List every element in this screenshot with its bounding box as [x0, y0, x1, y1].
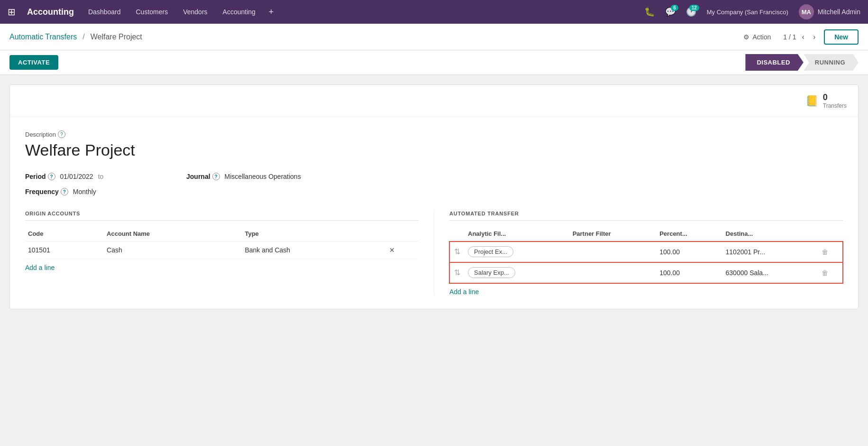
- cell-percent-1: 100.00: [657, 242, 722, 262]
- transfer-add-line[interactable]: Add a line: [449, 288, 479, 296]
- card-body: Description ? Welfare Project Period ? 0…: [10, 117, 858, 309]
- cell-partner-1: [570, 242, 657, 262]
- automated-transfer-table: Analytic Fil... Partner Filter Percent..…: [449, 226, 843, 283]
- automated-transfer-section: AUTOMATED TRANSFER Analytic Fil... Partn…: [434, 211, 843, 296]
- origin-accounts-section: ORIGIN ACCOUNTS Code Account Name Type: [25, 211, 434, 296]
- analytic-tag-1[interactable]: Project Ex...: [468, 246, 513, 257]
- nav-dashboard[interactable]: Dashboard: [82, 5, 128, 19]
- col-code: Code: [25, 226, 104, 242]
- breadcrumb-bar: Automatic Transfers / Welfare Project ⚙ …: [0, 24, 868, 50]
- nav-user[interactable]: MA Mitchell Admin: [795, 2, 864, 21]
- cell-analytic-1: Project Ex...: [465, 242, 570, 262]
- clock-badge: 12: [689, 5, 699, 11]
- transfers-badge[interactable]: 📒 0 Transfers: [805, 93, 847, 109]
- table-row: 101501 Cash Bank and Cash ✕: [25, 242, 419, 259]
- breadcrumb-sep: /: [82, 33, 84, 41]
- cell-account-name: Cash: [104, 242, 242, 259]
- cell-percent-2: 100.00: [657, 262, 722, 283]
- col-destination: Destina...: [723, 226, 819, 242]
- cell-analytic-2: Salary Exp...: [465, 262, 570, 283]
- origin-accounts-title: ORIGIN ACCOUNTS: [25, 211, 419, 221]
- nav-vendors[interactable]: Vendors: [176, 5, 214, 19]
- nav-add-icon[interactable]: +: [264, 4, 279, 20]
- nav-accounting[interactable]: Accounting: [216, 5, 262, 19]
- action-label: Action: [752, 33, 771, 41]
- clock-icon[interactable]: 🕐 12: [682, 4, 700, 20]
- remove-row-icon[interactable]: ✕: [389, 246, 395, 254]
- cell-partner-2: [570, 262, 657, 283]
- status-running[interactable]: RUNNING: [804, 54, 859, 71]
- form-row-period: Period ? 01/01/2022 to Journal ? Miscell…: [25, 173, 843, 180]
- frequency-label: Frequency ?: [25, 188, 68, 195]
- nav-customers[interactable]: Customers: [129, 5, 175, 19]
- journal-label: Journal ?: [186, 173, 220, 180]
- period-help-icon[interactable]: ?: [48, 173, 55, 180]
- table-row: ⇅ Salary Exp... 100.00 630000 Sala... 🗑: [449, 262, 843, 283]
- period-from: 01/01/2022: [60, 173, 93, 180]
- chat-icon[interactable]: 💬 6: [661, 4, 679, 20]
- frequency-help-icon[interactable]: ?: [61, 188, 68, 195]
- status-disabled[interactable]: DISABLED: [745, 54, 803, 71]
- period-to-text: to: [98, 173, 104, 180]
- pager-text: 1 / 1: [783, 33, 796, 41]
- automated-transfer-title: AUTOMATED TRANSFER: [449, 211, 843, 221]
- breadcrumb-parent[interactable]: Automatic Transfers: [9, 33, 77, 41]
- cell-code: 101501: [25, 242, 104, 259]
- new-button[interactable]: New: [824, 29, 859, 45]
- transfers-label: Transfers: [823, 102, 847, 109]
- card-top: 📒 0 Transfers: [10, 85, 858, 117]
- nav-brand: Accounting: [21, 7, 80, 17]
- cell-destination-2: 630000 Sala...: [723, 262, 819, 283]
- description-help-icon[interactable]: ?: [58, 130, 65, 138]
- action-button[interactable]: ⚙ Action: [737, 30, 777, 44]
- col-percent: Percent...: [657, 226, 722, 242]
- pager-next[interactable]: ›: [810, 31, 818, 43]
- origin-accounts-table: Code Account Name Type 101501 Cash: [25, 226, 419, 259]
- main-content: 📒 0 Transfers Description ? Welfare Proj…: [0, 75, 868, 319]
- table-row: ⇅ Project Ex... 100.00 1102001 Pr... 🗑: [449, 242, 843, 262]
- journal-help-icon[interactable]: ?: [212, 173, 220, 180]
- avatar: MA: [799, 4, 814, 19]
- form-row-frequency: Frequency ? Monthly: [25, 188, 843, 195]
- transfers-icon: 📒: [805, 95, 818, 107]
- reorder-icon-2[interactable]: ⇅: [452, 269, 462, 277]
- nav-company[interactable]: My Company (San Francisco): [703, 9, 792, 16]
- col-analytic: Analytic Fil...: [465, 226, 570, 242]
- content-card: 📒 0 Transfers Description ? Welfare Proj…: [9, 84, 859, 309]
- delete-row-2-icon[interactable]: 🗑: [822, 269, 828, 277]
- nav-icons: 🐛 💬 6 🕐 12 My Company (San Francisco) MA…: [640, 2, 864, 21]
- cell-destination-1: 1102001 Pr...: [723, 242, 819, 262]
- pager-prev[interactable]: ‹: [799, 31, 807, 43]
- description-label: Description ?: [25, 130, 843, 138]
- nav-username: Mitchell Admin: [818, 8, 860, 16]
- col-partner: Partner Filter: [570, 226, 657, 242]
- analytic-tag-2[interactable]: Salary Exp...: [468, 267, 515, 278]
- breadcrumb-current: Welfare Project: [91, 33, 142, 41]
- top-nav: ⊞ Accounting Dashboard Customers Vendors…: [0, 0, 868, 24]
- frequency-value: Monthly: [73, 188, 96, 195]
- apps-icon[interactable]: ⊞: [4, 2, 19, 21]
- reorder-icon-1[interactable]: ⇅: [452, 248, 462, 256]
- journal-value: Miscellaneous Operations: [225, 173, 301, 180]
- tables-section: ORIGIN ACCOUNTS Code Account Name Type: [25, 211, 843, 296]
- status-pipeline: DISABLED RUNNING: [745, 54, 859, 71]
- delete-row-1-icon[interactable]: 🗑: [822, 248, 828, 256]
- origin-add-line[interactable]: Add a line: [25, 264, 55, 271]
- chat-badge: 6: [671, 5, 678, 11]
- col-account-name: Account Name: [104, 226, 242, 242]
- transfers-count: 0: [823, 93, 828, 102]
- gear-icon: ⚙: [743, 33, 749, 41]
- status-bar: ACTIVATE DISABLED RUNNING: [0, 50, 868, 75]
- bug-icon[interactable]: 🐛: [640, 4, 658, 20]
- form-title: Welfare Project: [25, 141, 843, 159]
- col-type: Type: [242, 226, 386, 242]
- pager: 1 / 1 ‹ ›: [783, 31, 818, 43]
- activate-button[interactable]: ACTIVATE: [9, 55, 58, 70]
- period-label: Period ?: [25, 173, 55, 180]
- cell-type: Bank and Cash: [242, 242, 386, 259]
